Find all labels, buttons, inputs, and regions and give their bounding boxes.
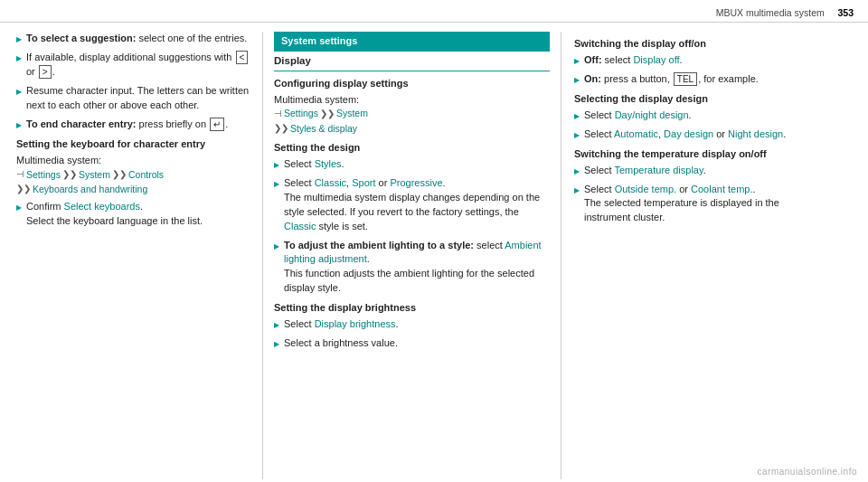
nav-path-1: ⊣ Settings ❯❯ System ❯❯ Controls	[16, 168, 250, 182]
keyboard-section-heading: Setting the keyboard for character entry	[16, 137, 250, 152]
mid-bullet-1: Select Styles.	[274, 157, 550, 172]
bullet-arrow-3	[16, 86, 22, 98]
link-sport: Sport	[352, 177, 375, 188]
right-bullet-text-1: Off: select Display off.	[584, 53, 810, 68]
system-settings-bar: System settings	[274, 32, 550, 52]
link-coolant-temp: Coolant temp.	[691, 184, 752, 194]
mid-bullet-arrow-1	[274, 159, 279, 171]
right-bullet-2: On: press a button, TEL, for example.	[574, 72, 810, 87]
right-bullet-3: Select Day/night design.	[574, 109, 810, 123]
bullet-2: If available, display additional suggest…	[16, 51, 250, 80]
right-bullet-5: Select Temperature display.	[574, 164, 810, 178]
right-bullet-text-2: On: press a button, TEL, for example.	[584, 72, 810, 87]
nav-system-1: System	[79, 168, 110, 182]
mid-bullet-text-4: Select Display brightness.	[284, 317, 550, 332]
mid-nav-system: System	[336, 107, 368, 120]
brightness-heading: Setting the display brightness	[274, 301, 550, 316]
page-header: MBUX multimedia system 353	[0, 0, 868, 23]
link-display-off: Display off	[633, 54, 679, 65]
key-right: >	[39, 65, 52, 79]
select-design-heading: Selecting the display design	[574, 92, 810, 107]
right-column: Switching the display off/on Off: select…	[561, 32, 823, 479]
mid-bullet-3: To adjust the ambient lighting to a styl…	[274, 239, 550, 297]
bullet-4: To end character entry: press briefly on…	[16, 118, 250, 132]
mid-bullet-text-5: Select a brightness value.	[284, 336, 550, 351]
nav-sep-3: ❯❯	[16, 183, 31, 196]
content-area: To select a suggestion: select one of th…	[0, 23, 868, 479]
bullet-text-3: Resume character input. The letters can …	[26, 84, 250, 113]
link-styles: Styles	[315, 158, 342, 169]
keyboard-sub: Multimedia system:	[16, 154, 250, 168]
key-left: <	[236, 51, 249, 64]
right-bullet-text-6: Select Outside temp. or Coolant temp.. T…	[584, 183, 810, 226]
temp-heading: Switching the temperature display on/off	[574, 147, 810, 162]
bullet-arrow-confirm	[16, 202, 22, 213]
watermark: carmanuialsonline.info	[757, 467, 857, 477]
mid-nav-icon: ⊣	[274, 108, 282, 121]
mid-bullet-4: Select Display brightness.	[274, 317, 550, 332]
right-bullet-text-4: Select Automatic, Day design or Night de…	[584, 128, 810, 142]
nav-controls: Controls	[128, 168, 164, 182]
configuring-sub: Multimedia system:	[274, 93, 550, 108]
nav-path-2: ❯❯ Keyboards and handwriting	[16, 183, 250, 196]
right-bullet-arrow-3	[574, 110, 580, 122]
bullet-1: To select a suggestion: select one of th…	[16, 32, 250, 46]
right-bullet-text-3: Select Day/night design.	[584, 109, 810, 123]
header-title: MBUX multimedia system	[716, 7, 825, 18]
nav-sep-2: ❯❯	[112, 168, 127, 182]
right-bullet-arrow-4	[574, 129, 580, 141]
right-bullet-arrow-6	[574, 184, 580, 196]
mid-bullet-2: Select Classic, Sport or Progressive. Th…	[274, 176, 550, 234]
tel-box: TEL	[674, 72, 697, 86]
configuring-heading: Configuring display settings	[274, 77, 550, 91]
link-classic-2: Classic	[284, 221, 316, 232]
link-display-brightness: Display brightness	[315, 318, 396, 329]
mid-nav-styles: Styles & display	[290, 122, 357, 136]
link-classic: Classic	[315, 177, 346, 188]
mid-bullet-text-2: Select Classic, Sport or Progressive. Th…	[284, 176, 550, 234]
nav-settings-1: Settings	[26, 168, 61, 182]
mid-bullet-arrow-4	[274, 319, 279, 331]
link-outside-temp: Outside temp.	[615, 184, 676, 194]
middle-column: System settings Display Configuring disp…	[262, 32, 561, 479]
mid-nav-settings: Settings	[284, 107, 318, 120]
link-progressive: Progressive	[390, 177, 442, 188]
left-column: To select a suggestion: select one of th…	[0, 32, 262, 479]
mid-bullet-5: Select a brightness value.	[274, 336, 550, 351]
sys-settings-label: System settings	[281, 35, 357, 46]
bullet-text-1: To select a suggestion: select one of th…	[26, 32, 250, 46]
right-bullet-4: Select Automatic, Day design or Night de…	[574, 128, 810, 142]
nav-icon-1: ⊣	[16, 168, 24, 182]
link-day-design: Day design	[664, 128, 713, 139]
bullet-text-confirm: Confirm Select keyboards. Select the key…	[26, 200, 250, 229]
mid-nav-path-1: ⊣ Settings ❯❯ System	[274, 107, 550, 120]
right-bullet-text-5: Select Temperature display.	[584, 164, 810, 178]
bullet-text-2: If available, display additional suggest…	[26, 51, 250, 80]
mid-nav-sep-2: ❯❯	[274, 122, 288, 136]
mid-bullet-arrow-2	[274, 178, 279, 190]
link-select-keyboards: Select keyboards	[64, 201, 140, 212]
right-bullet-arrow-2	[574, 74, 580, 86]
mid-nav-sep-1: ❯❯	[320, 108, 335, 121]
display-label: Display	[274, 55, 311, 66]
link-automatic: Automatic	[614, 128, 658, 139]
switch-off-heading: Switching the display off/on	[574, 37, 810, 52]
nav-keyboards: Keyboards and handwriting	[33, 183, 147, 196]
mid-bullet-text-1: Select Styles.	[284, 157, 550, 172]
bullet-arrow-1	[16, 33, 22, 45]
right-bullet-1: Off: select Display off.	[574, 53, 810, 68]
link-temp-display: Temperature display	[614, 165, 703, 175]
link-night-design: Night design	[728, 128, 783, 139]
bullet-3: Resume character input. The letters can …	[16, 84, 250, 113]
mid-nav-path-2: ❯❯ Styles & display	[274, 122, 550, 136]
key-enter: ↵	[210, 118, 224, 131]
display-bar: Display	[274, 53, 550, 71]
nav-sep-1: ❯❯	[62, 168, 77, 182]
mid-bullet-text-3: To adjust the ambient lighting to a styl…	[284, 239, 550, 297]
bullet-confirm: Confirm Select keyboards. Select the key…	[16, 200, 250, 229]
bullet-text-4: To end character entry: press briefly on…	[26, 118, 250, 132]
mid-bullet-arrow-5	[274, 338, 279, 350]
page-number: 353	[837, 7, 854, 18]
right-bullet-6: Select Outside temp. or Coolant temp.. T…	[574, 183, 810, 226]
setting-design-heading: Setting the design	[274, 141, 550, 156]
